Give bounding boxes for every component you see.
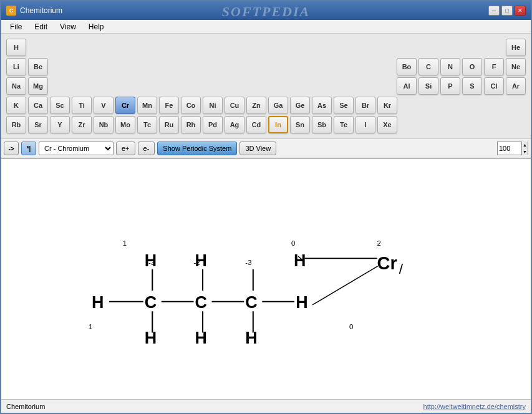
zoom-up-arrow[interactable]: ▲ xyxy=(522,142,528,148)
label-h1-index: 1 xyxy=(123,239,127,247)
atom-h-right: H xyxy=(296,293,307,312)
element-As[interactable]: As xyxy=(312,97,332,114)
element-Al[interactable]: Al xyxy=(397,77,417,95)
menu-edit[interactable]: Edit xyxy=(28,21,54,32)
label-h3-top-index: 0 xyxy=(291,239,295,247)
atom-h-c1-top: H xyxy=(145,251,157,270)
element-Ag[interactable]: Ag xyxy=(225,116,244,133)
element-Co[interactable]: Co xyxy=(181,97,201,114)
menu-help[interactable]: Help xyxy=(82,21,110,32)
element-O[interactable]: O xyxy=(462,58,482,75)
element-In[interactable]: In xyxy=(268,116,288,133)
element-Ar[interactable]: Ar xyxy=(506,77,526,95)
element-selector[interactable]: Cr - Chromium xyxy=(39,142,114,155)
element-Kr[interactable]: Kr xyxy=(377,97,397,114)
element-Tc[interactable]: Tc xyxy=(137,116,157,133)
element-Mg[interactable]: Mg xyxy=(28,77,48,95)
window-controls: ─ □ ✕ xyxy=(488,6,526,16)
element-S[interactable]: S xyxy=(462,77,482,95)
app-window: C Chemitorium SOFTPEDIA ─ □ ✕ File Edit … xyxy=(0,0,532,414)
element-N[interactable]: N xyxy=(440,58,460,75)
element-Zr[interactable]: Zr xyxy=(72,116,92,133)
element-Xe[interactable]: Xe xyxy=(377,116,397,133)
element-Mo[interactable]: Mo xyxy=(115,116,135,133)
element-Na[interactable]: Na xyxy=(6,77,26,95)
status-right-link[interactable]: http://weltweitimnetz.de/chemistry xyxy=(423,403,526,410)
element-Ru[interactable]: Ru xyxy=(159,116,179,133)
minimize-button[interactable]: ─ xyxy=(488,6,500,16)
ion-tool-button[interactable]: *| xyxy=(21,142,36,155)
cr-slash: / xyxy=(399,261,404,277)
periodic-table-area: H He Li Be Bo C N O F Ne Na Mg Al Si P S… xyxy=(1,34,531,139)
element-Nb[interactable]: Nb xyxy=(94,116,114,133)
element-Zn[interactable]: Zn xyxy=(246,97,266,114)
element-Be[interactable]: Be xyxy=(28,58,48,75)
label-cr-index: 2 xyxy=(377,239,381,247)
menu-bar: File Edit View Help xyxy=(1,20,531,34)
element-Rb[interactable]: Rb xyxy=(6,116,26,133)
zoom-arrows: ▲ ▼ xyxy=(521,142,528,155)
element-Ne[interactable]: Ne xyxy=(506,58,526,75)
status-left-text: Chemitorium xyxy=(6,403,215,410)
title-bar: C Chemitorium SOFTPEDIA ─ □ ✕ xyxy=(1,1,531,20)
show-periodic-button[interactable]: Show Periodic System xyxy=(157,142,237,155)
view-3d-button[interactable]: 3D View xyxy=(239,142,276,155)
element-H[interactable]: H xyxy=(6,39,26,56)
element-Si[interactable]: Si xyxy=(418,77,438,95)
element-Cu[interactable]: Cu xyxy=(225,97,244,114)
close-button[interactable]: ✕ xyxy=(515,6,526,16)
element-Ga[interactable]: Ga xyxy=(268,97,288,114)
element-Ge[interactable]: Ge xyxy=(290,97,310,114)
element-P[interactable]: P xyxy=(440,77,460,95)
element-Br[interactable]: Br xyxy=(355,97,375,114)
element-Y[interactable]: Y xyxy=(50,116,70,133)
element-He[interactable]: He xyxy=(506,39,526,56)
element-Li[interactable]: Li xyxy=(6,58,26,75)
arrow-tool-button[interactable]: -> xyxy=(4,142,19,155)
atom-c1: C xyxy=(145,293,157,312)
element-Mn[interactable]: Mn xyxy=(137,97,157,114)
element-Cl[interactable]: Cl xyxy=(484,77,504,95)
label-h-left-index: 1 xyxy=(89,323,92,330)
element-Sb[interactable]: Sb xyxy=(312,116,332,133)
element-Rh[interactable]: Rh xyxy=(181,116,201,133)
element-Sn[interactable]: Sn xyxy=(290,116,310,133)
atom-h-c3-bottom: H xyxy=(245,329,257,347)
zoom-down-arrow[interactable]: ▼ xyxy=(522,148,528,155)
periodic-row-2: Li Be Bo C N O F Ne xyxy=(6,58,526,75)
element-C[interactable]: C xyxy=(418,58,438,75)
molecule-diagram: .atom-label { font-family: Arial, sans-s… xyxy=(1,159,531,399)
title-text: Chemitorium xyxy=(20,6,488,15)
element-Ni[interactable]: Ni xyxy=(203,97,223,114)
element-F[interactable]: F xyxy=(484,58,504,75)
element-I[interactable]: I xyxy=(355,116,375,133)
element-Ca[interactable]: Ca xyxy=(28,97,48,114)
element-K[interactable]: K xyxy=(6,97,26,114)
menu-view[interactable]: View xyxy=(54,21,82,32)
bond-cr-hright xyxy=(312,266,378,305)
element-Pd[interactable]: Pd xyxy=(203,116,223,133)
element-Se[interactable]: Se xyxy=(334,97,354,114)
label-c3-index: -3 xyxy=(245,259,251,266)
element-Cd[interactable]: Cd xyxy=(246,116,266,133)
toolbar: -> *| Cr - Chromium e+ e- Show Periodic … xyxy=(1,139,531,159)
zoom-input[interactable]: 100 xyxy=(498,142,521,155)
periodic-row-4: K Ca Sc Ti V Cr Mn Fe Co Ni Cu Zn Ga Ge … xyxy=(6,97,526,114)
restore-button[interactable]: □ xyxy=(501,6,513,16)
element-V[interactable]: V xyxy=(94,97,114,114)
zoom-spinbox[interactable]: 100 ▲ ▼ xyxy=(497,142,528,155)
status-bar: Chemitorium http://weltweitimnetz.de/che… xyxy=(1,399,531,413)
element-Sr[interactable]: Sr xyxy=(28,116,48,133)
element-Bo[interactable]: Bo xyxy=(397,58,417,75)
element-Cr[interactable]: Cr xyxy=(115,97,135,114)
menu-file[interactable]: File xyxy=(4,21,28,32)
element-Te[interactable]: Te xyxy=(334,116,354,133)
element-Ti[interactable]: Ti xyxy=(72,97,92,114)
eminus-button[interactable]: e- xyxy=(138,142,155,155)
element-Sc[interactable]: Sc xyxy=(50,97,70,114)
canvas-area[interactable]: .atom-label { font-family: Arial, sans-s… xyxy=(1,159,531,399)
eplus-button[interactable]: e+ xyxy=(116,142,135,155)
label-h-right-index: 0 xyxy=(349,323,353,330)
atom-c3: C xyxy=(245,293,257,312)
element-Fe[interactable]: Fe xyxy=(159,97,179,114)
